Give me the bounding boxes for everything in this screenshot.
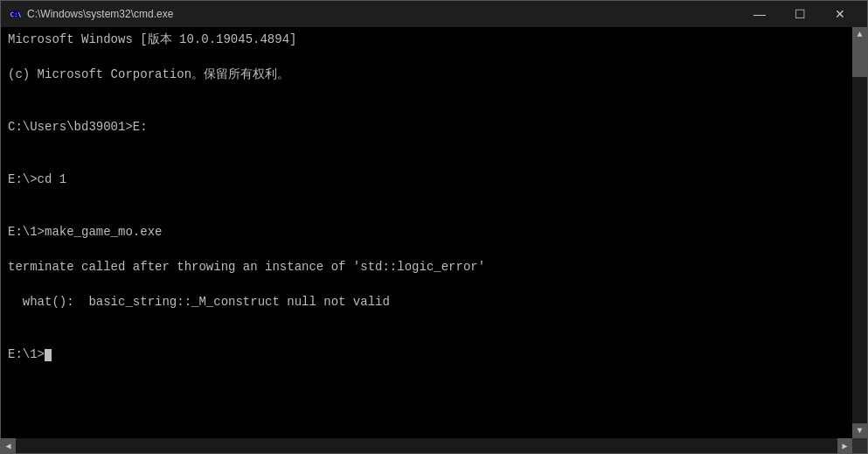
console-line: C:\Users\bd39001>E: xyxy=(8,118,845,136)
maximize-button[interactable]: ☐ xyxy=(780,1,820,27)
scroll-left-arrow[interactable]: ◀ xyxy=(1,438,16,453)
close-button[interactable]: ✕ xyxy=(820,1,860,27)
window-controls: — ☐ ✕ xyxy=(740,1,860,27)
scroll-right-arrow[interactable]: ▶ xyxy=(837,438,852,453)
cmd-window: C:\ C:\Windows\system32\cmd.exe — ☐ ✕ Mi… xyxy=(0,0,868,454)
scroll-up-arrow[interactable]: ▲ xyxy=(852,27,867,42)
console-line: E:\1> xyxy=(8,346,845,363)
console-output[interactable]: Microsoft Windows [版本 10.0.19045.4894] (… xyxy=(1,27,852,438)
console-container: Microsoft Windows [版本 10.0.19045.4894] (… xyxy=(1,27,867,438)
cmd-icon: C:\ xyxy=(8,7,22,21)
svg-text:C:\: C:\ xyxy=(10,11,21,18)
scrollbar-corner xyxy=(852,438,867,453)
scroll-thumb-v[interactable] xyxy=(852,42,867,77)
horizontal-scrollbar[interactable]: ◀ ▶ xyxy=(1,438,852,453)
console-line: what(): basic_string::_M_construct null … xyxy=(8,293,845,311)
console-line: E:\>cd 1 xyxy=(8,171,845,188)
minimize-button[interactable]: — xyxy=(740,1,780,27)
scroll-track-h[interactable] xyxy=(16,438,837,453)
cursor xyxy=(45,349,52,361)
scroll-track-v[interactable] xyxy=(852,42,867,423)
title-bar: C:\ C:\Windows\system32\cmd.exe — ☐ ✕ xyxy=(1,1,867,27)
console-line: E:\1>make_game_mo.exe xyxy=(8,223,845,241)
console-line: Microsoft Windows [版本 10.0.19045.4894] xyxy=(8,31,845,48)
vertical-scrollbar[interactable]: ▲ ▼ xyxy=(852,27,867,438)
console-line: terminate called after throwing an insta… xyxy=(8,258,845,276)
console-line: (c) Microsoft Corporation。保留所有权利。 xyxy=(8,66,845,83)
window-title: C:\Windows\system32\cmd.exe xyxy=(27,8,740,20)
scroll-down-arrow[interactable]: ▼ xyxy=(852,423,867,438)
